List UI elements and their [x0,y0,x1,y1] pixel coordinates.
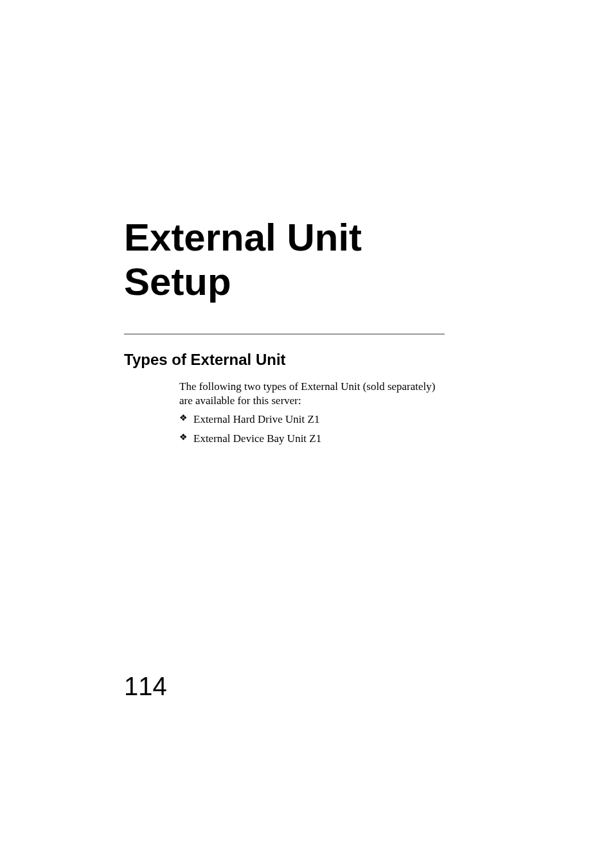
document-page: External Unit Setup Types of External Un… [0,0,613,868]
section-heading: Types of External Unit [124,351,286,369]
bullet-diamond-icon: ❖ [179,432,193,443]
page-number: 114 [124,672,167,701]
list-item-text: External Device Bay Unit Z1 [193,432,321,446]
list-item: ❖ External Hard Drive Unit Z1 [179,412,321,427]
chapter-title-line1: External Unit [124,216,362,259]
list-item: ❖ External Device Bay Unit Z1 [179,432,321,446]
chapter-title-line2: Setup [124,260,231,303]
bullet-list: ❖ External Hard Drive Unit Z1 ❖ External… [179,412,321,451]
chapter-title: External Unit Setup [124,215,362,304]
list-item-text: External Hard Drive Unit Z1 [193,412,319,427]
section-intro-paragraph: The following two types of External Unit… [179,380,443,408]
title-horizontal-rule [124,333,445,335]
bullet-diamond-icon: ❖ [179,412,193,424]
